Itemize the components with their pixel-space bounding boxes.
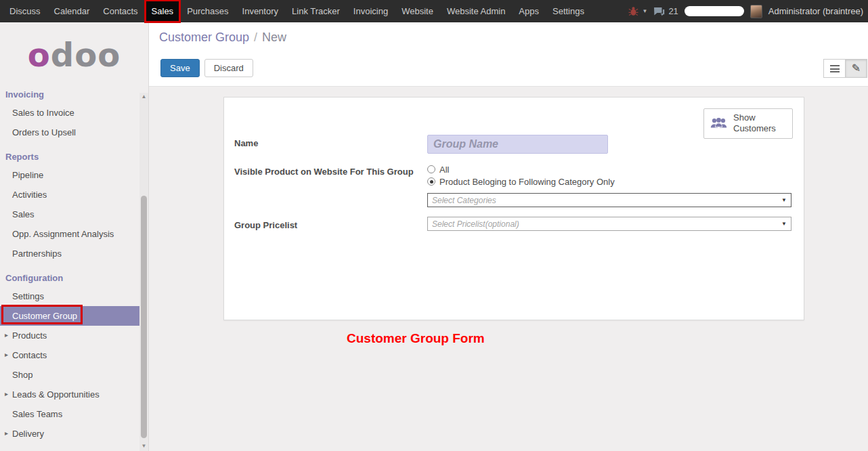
nav-item-sales[interactable]: Sales xyxy=(145,0,181,22)
nav-item-settings[interactable]: Settings xyxy=(546,0,591,22)
show-customers-label: Show Customers xyxy=(733,112,778,135)
nav-item-invoicing[interactable]: Invoicing xyxy=(347,0,395,22)
nav-item-website[interactable]: Website xyxy=(395,0,440,22)
messages-count[interactable]: 21 xyxy=(668,6,678,16)
scroll-down-icon[interactable]: ▼ xyxy=(139,442,148,450)
nav-item-inventory[interactable]: Inventory xyxy=(236,0,285,22)
name-field-label: Name xyxy=(234,135,427,148)
dropdown-arrow-icon: ▼ xyxy=(781,197,787,203)
save-button[interactable]: Save xyxy=(160,59,200,77)
breadcrumb: Customer Group/New xyxy=(159,30,286,45)
form-fields: Name Visible Product on Website For This… xyxy=(234,135,791,240)
breadcrumb-separator: / xyxy=(254,30,257,44)
radio-option-category-only[interactable]: Product Beloging to Following Category O… xyxy=(427,175,791,188)
messages-icon[interactable] xyxy=(653,7,665,16)
discard-button[interactable]: Discard xyxy=(204,59,253,77)
expand-arrow-icon[interactable]: ▸ xyxy=(5,331,8,339)
top-navbar: Discuss Calendar Contacts Sales Purchase… xyxy=(0,0,868,22)
user-avatar[interactable] xyxy=(750,5,762,18)
top-navbar-right: ▼ 21 Administrator (braintree) xyxy=(628,0,868,22)
form-view-button[interactable]: ✎ xyxy=(845,59,867,78)
sidebar-item-products[interactable]: ▸ Products xyxy=(0,326,139,345)
nav-item-apps[interactable]: Apps xyxy=(512,0,546,22)
field-row-visibility: Visible Product on Website For This Grou… xyxy=(234,163,791,207)
form-buttons: Save Discard xyxy=(160,59,253,77)
caret-down-icon[interactable]: ▼ xyxy=(642,8,647,14)
scrollbar-thumb[interactable] xyxy=(141,196,147,438)
sidebar-item-shop[interactable]: Shop xyxy=(0,365,139,385)
radio-option-category-label: Product Beloging to Following Category O… xyxy=(439,177,615,187)
field-row-name: Name xyxy=(234,135,791,154)
show-customers-button[interactable]: Show Customers xyxy=(703,108,793,139)
sidebar-item-label: Contacts xyxy=(12,350,47,360)
sidebar-item-label: Leads & Opportunities xyxy=(12,389,100,400)
sidebar-item-sales-teams[interactable]: Sales Teams xyxy=(0,404,139,424)
sidebar-item-activities[interactable]: Activities xyxy=(0,185,139,205)
breadcrumb-new: New xyxy=(262,30,286,44)
expand-arrow-icon[interactable]: ▸ xyxy=(5,390,8,398)
sidebar-menu: Invoicing Sales to Invoice Orders to Ups… xyxy=(0,84,139,444)
nav-item-link-tracker[interactable]: Link Tracker xyxy=(285,0,347,22)
categories-select[interactable]: Select Categories ▼ xyxy=(427,193,791,207)
radio-unchecked-icon xyxy=(427,165,435,173)
sidebar-item-pipeline[interactable]: Pipeline xyxy=(0,165,139,185)
field-row-pricelist: Group Pricelist Select Pricelist(optiona… xyxy=(234,217,791,231)
radio-checked-icon xyxy=(427,177,435,186)
scroll-up-icon[interactable]: ▲ xyxy=(139,93,148,101)
nav-item-website-admin[interactable]: Website Admin xyxy=(440,0,512,22)
pricelist-select-placeholder: Select Pricelist(optional) xyxy=(432,219,519,229)
debug-bug-icon[interactable] xyxy=(628,6,638,16)
sidebar-item-partnerships[interactable]: Partnerships xyxy=(0,244,139,263)
logo-rest: doo xyxy=(51,36,121,74)
dropdown-arrow-icon: ▼ xyxy=(781,221,787,227)
pricelist-select[interactable]: Select Pricelist(optional) ▼ xyxy=(427,217,791,231)
pricelist-field-label: Group Pricelist xyxy=(234,217,427,230)
sidebar-item-sales-to-invoice[interactable]: Sales to Invoice xyxy=(0,103,139,123)
sidebar-item-orders-to-upsell[interactable]: Orders to Upsell xyxy=(0,123,139,142)
sidebar-item-leads-opportunities[interactable]: ▸ Leads & Opportunities xyxy=(0,385,139,404)
radio-option-all[interactable]: All xyxy=(427,163,791,175)
customer-group-form-card: Show Customers Name Visible Product on W… xyxy=(223,97,804,320)
main-content: Show Customers Name Visible Product on W… xyxy=(149,87,868,451)
expand-arrow-icon[interactable]: ▸ xyxy=(5,351,8,358)
sidebar-item-label: Products xyxy=(12,330,47,341)
view-switcher: ✎ xyxy=(823,59,867,78)
annotation-caption: Customer Group Form xyxy=(347,331,485,346)
radio-option-all-label: All xyxy=(439,165,449,175)
list-view-icon xyxy=(830,65,840,72)
control-panel: Customer Group/New Save Discard ✎ xyxy=(149,22,868,87)
sidebar-item-settings[interactable]: Settings xyxy=(0,286,139,306)
categories-select-placeholder: Select Categories xyxy=(432,196,496,205)
sidebar-item-customer-group[interactable]: Customer Group xyxy=(0,306,139,326)
visibility-field-label: Visible Product on Website For This Grou… xyxy=(234,163,427,177)
logo-letter: o xyxy=(28,36,51,74)
sidebar-scrollbar[interactable]: ▲ ▼ xyxy=(139,93,148,451)
sidebar-item-opp-assignment-analysis[interactable]: Opp. Assignment Analysis xyxy=(0,224,139,244)
user-menu[interactable]: Administrator (braintree) xyxy=(768,6,863,16)
sidebar-section-reports: Reports xyxy=(0,146,139,165)
timer-widget[interactable] xyxy=(685,6,744,16)
sidebar-item-contacts[interactable]: ▸ Contacts xyxy=(0,345,139,365)
sidebar-section-invoicing: Invoicing xyxy=(0,84,139,103)
sidebar-item-delivery[interactable]: ▸ Delivery xyxy=(0,424,139,444)
top-menu: Discuss Calendar Contacts Sales Purchase… xyxy=(0,0,591,22)
group-name-input[interactable] xyxy=(427,135,608,154)
nav-item-contacts[interactable]: Contacts xyxy=(96,0,144,22)
sidebar-item-label: Customer Group xyxy=(12,311,77,321)
nav-item-calendar[interactable]: Calendar xyxy=(47,0,97,22)
nav-item-purchases[interactable]: Purchases xyxy=(180,0,235,22)
sidebar: odoo Invoicing Sales to Invoice Orders t… xyxy=(0,22,149,451)
sidebar-item-sales[interactable]: Sales xyxy=(0,205,139,224)
breadcrumb-customer-group[interactable]: Customer Group xyxy=(159,30,249,44)
expand-arrow-icon[interactable]: ▸ xyxy=(5,429,8,437)
nav-item-discuss[interactable]: Discuss xyxy=(3,0,47,22)
odoo-logo[interactable]: odoo xyxy=(0,22,148,73)
list-view-button[interactable] xyxy=(823,59,846,78)
customers-group-icon xyxy=(710,117,728,130)
sidebar-item-label: Delivery xyxy=(12,429,44,439)
edit-form-icon: ✎ xyxy=(852,63,861,74)
sidebar-section-configuration: Configuration xyxy=(0,267,139,286)
